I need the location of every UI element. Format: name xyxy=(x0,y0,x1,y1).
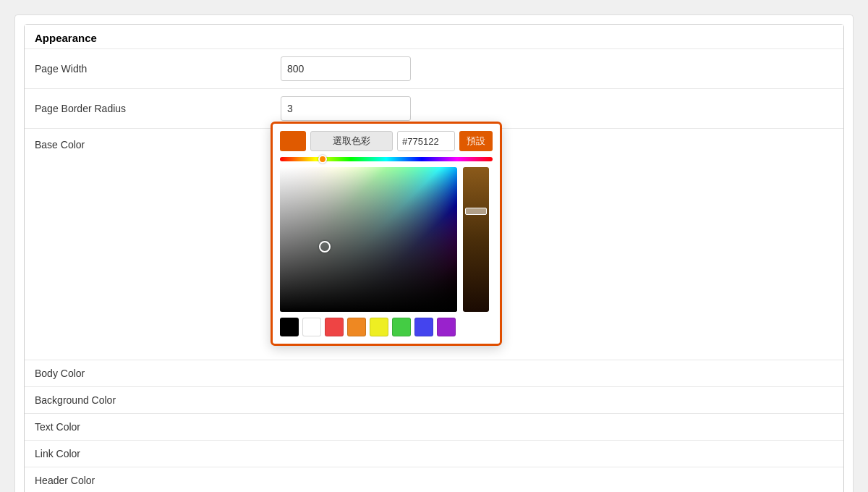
label-page-width: Page Width xyxy=(35,63,281,75)
picker-select-button[interactable]: 選取色彩 xyxy=(310,131,393,151)
picker-hue-thumb xyxy=(318,155,327,164)
picker-swatches xyxy=(280,318,493,336)
input-page-border-radius[interactable] xyxy=(281,96,411,121)
form-row-link-color: Link Color xyxy=(25,440,843,467)
picker-hex-input[interactable] xyxy=(397,131,455,151)
label-body-color: Body Color xyxy=(35,368,281,379)
swatch-red[interactable] xyxy=(325,318,344,336)
swatch-yellow[interactable] xyxy=(370,318,388,336)
form-row-text-color: Text Color xyxy=(25,413,843,440)
swatch-black[interactable] xyxy=(280,318,299,336)
picker-canvas-area xyxy=(280,167,493,312)
label-page-border-radius: Page Border Radius xyxy=(35,103,281,114)
form-row-page-width: Page Width xyxy=(25,48,843,88)
page-container: Appearance Page Width Page Border Radius… xyxy=(14,14,854,492)
swatch-purple[interactable] xyxy=(437,318,456,336)
picker-alpha-thumb xyxy=(465,208,487,215)
picker-hue-bar[interactable] xyxy=(280,157,493,161)
picker-gradient-canvas[interactable] xyxy=(280,167,457,312)
picker-cursor xyxy=(319,241,331,253)
color-picker-popup: 選取色彩 預設 xyxy=(271,122,502,346)
picker-swatch-button[interactable] xyxy=(280,131,306,151)
appearance-title: Appearance xyxy=(25,25,843,48)
input-page-width[interactable] xyxy=(281,56,411,81)
label-text-color: Text Color xyxy=(35,421,281,433)
label-header-color: Header Color xyxy=(35,475,281,486)
form-row-header-color: Header Color xyxy=(25,467,843,492)
form-row-background-color: Background Color xyxy=(25,386,843,413)
swatch-orange[interactable] xyxy=(347,318,366,336)
swatch-green[interactable] xyxy=(392,318,411,336)
picker-gradient-overlay xyxy=(280,167,457,312)
label-background-color: Background Color xyxy=(35,394,281,406)
picker-default-button[interactable]: 預設 xyxy=(459,131,493,151)
swatch-blue[interactable] xyxy=(414,318,433,336)
form-row-base-color: Base Color 選取色彩 預設 xyxy=(25,128,843,360)
form-row-body-color: Body Color xyxy=(25,360,843,386)
label-link-color: Link Color xyxy=(35,448,281,459)
picker-top-row: 選取色彩 預設 xyxy=(280,131,493,151)
picker-alpha-strip[interactable] xyxy=(463,167,489,312)
swatch-white[interactable] xyxy=(302,318,321,336)
appearance-section: Appearance Page Width Page Border Radius… xyxy=(24,24,844,492)
label-base-color: Base Color xyxy=(35,139,281,150)
